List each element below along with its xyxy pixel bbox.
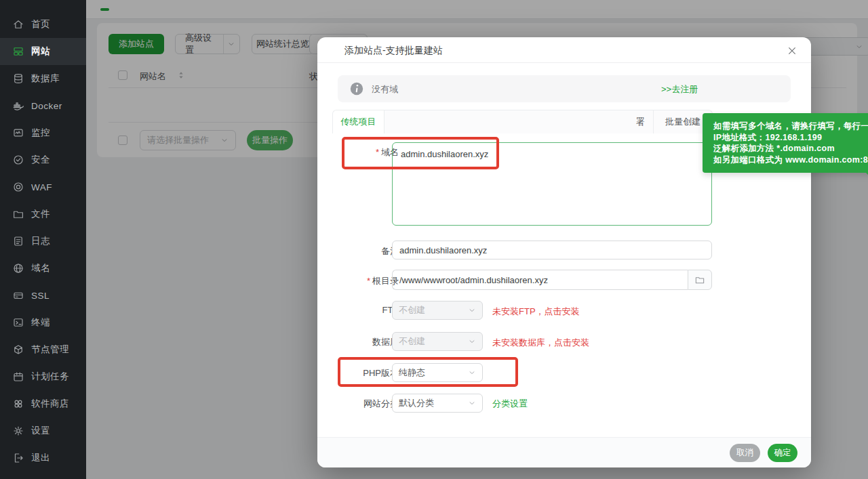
ssl-icon — [12, 289, 24, 301]
sidebar-item-label: 文件 — [31, 208, 50, 220]
sidebar-item-label: 软件商店 — [31, 398, 69, 410]
sidebar-item-monitor[interactable]: 监控 — [0, 119, 86, 146]
chevron-down-icon — [468, 306, 476, 314]
terminal-icon — [12, 316, 24, 329]
db-field-label: 数据库 — [317, 336, 399, 348]
home-icon — [12, 18, 24, 30]
sidebar-item-logs[interactable]: 日志 — [0, 228, 86, 255]
close-icon[interactable] — [784, 43, 800, 59]
info-text-partial: 没有域 — [372, 83, 398, 96]
shield-icon — [12, 154, 24, 166]
chevron-down-icon — [468, 337, 476, 346]
domain-textarea[interactable]: admin.dushilaoren.xyz — [392, 142, 712, 226]
folder-icon — [694, 274, 705, 285]
add-site-modal: 添加站点-支持批量建站 没有域 >>去注册 传统项目署批量创建 *域名 admi… — [317, 37, 811, 467]
sidebar-nav: 首页网站数据库Docker监控安全WAF文件日志域名SSL终端节点管理计划任务软… — [0, 0, 86, 479]
cube-icon — [12, 343, 24, 356]
browse-folder-button[interactable] — [688, 270, 712, 290]
sidebar-item-terminal[interactable]: 终端 — [0, 309, 86, 336]
domain-field-label: *域名 — [317, 146, 399, 159]
cancel-button[interactable]: 取消 — [730, 444, 760, 462]
folder-icon — [12, 208, 24, 220]
screen: 首页网站数据库Docker监控安全WAF文件日志域名SSL终端节点管理计划任务软… — [0, 0, 868, 479]
sidebar-item-label: 设置 — [31, 425, 50, 437]
sidebar-item-ssl[interactable]: SSL — [0, 282, 86, 309]
sidebar-item-label: 首页 — [31, 18, 50, 30]
chevron-down-icon — [468, 369, 476, 377]
sidebar-item-waf[interactable]: WAF — [0, 173, 86, 201]
tab-traditional[interactable]: 传统项目 — [332, 110, 384, 133]
sidebar-item-label: SSL — [31, 291, 50, 301]
tab-deploy-partial[interactable]: 署 — [384, 110, 653, 133]
sidebar-item-label: 数据库 — [31, 72, 60, 85]
sidebar-item-label: Docker — [31, 101, 62, 111]
exit-icon — [12, 452, 24, 464]
calendar-icon — [12, 371, 24, 383]
root-dir-field-label: *根目录 — [317, 275, 399, 287]
docker-icon — [12, 100, 24, 112]
sidebar-item-label: WAF — [31, 182, 52, 192]
sidebar-item-label: 节点管理 — [31, 343, 69, 356]
sidebar-item-site[interactable]: 网站 — [0, 38, 86, 65]
sidebar-item-label: 网站 — [31, 45, 50, 58]
php-version-field-label: PHP版本 — [317, 367, 399, 379]
database-select[interactable]: 不创建 — [392, 332, 483, 351]
tooltip-line: 如另加端口格式为 www.domain.com:88 — [713, 154, 868, 166]
modal-header: 添加站点-支持批量建站 — [317, 37, 811, 63]
sidebar-item-label: 终端 — [31, 316, 50, 329]
remark-input[interactable]: admin.dushilaoren.xyz — [392, 241, 712, 259]
info-icon — [349, 81, 364, 96]
sidebar-item-label: 日志 — [31, 235, 50, 247]
log-icon — [12, 235, 24, 247]
globe-icon — [12, 262, 24, 274]
chevron-down-icon — [468, 399, 476, 407]
sidebar-item-database[interactable]: 数据库 — [0, 65, 86, 92]
modal-title: 添加站点-支持批量建站 — [344, 45, 443, 57]
sidebar-item-label: 计划任务 — [31, 371, 69, 383]
domain-help-tooltip: 如需填写多个域名，请换行填写，每行一个域名，默认为80端口IP地址格式：192.… — [703, 113, 868, 173]
modal-footer: 取消 确定 — [317, 437, 811, 467]
register-domain-link[interactable]: >>去注册 — [661, 83, 698, 96]
tooltip-line: 如需填写多个域名，请换行填写，每行一个域名，默认为80端口 — [713, 121, 868, 132]
confirm-button[interactable]: 确定 — [768, 444, 797, 462]
sidebar-item-cron[interactable]: 计划任务 — [0, 363, 86, 390]
waf-icon — [12, 181, 24, 193]
db-install-warning[interactable]: 未安装数据库，点击安装 — [492, 337, 589, 349]
gear-icon — [12, 425, 24, 437]
info-banner: 没有域 >>去注册 — [338, 75, 791, 102]
website-icon — [12, 45, 24, 58]
ftp-install-warning[interactable]: 未安装FTP，点击安装 — [492, 306, 580, 318]
database-icon — [12, 72, 24, 85]
ftp-select[interactable]: 不创建 — [392, 301, 483, 320]
category-settings-link[interactable]: 分类设置 — [492, 398, 528, 410]
sidebar-item-label: 退出 — [31, 452, 50, 464]
sidebar-item-settings[interactable]: 设置 — [0, 417, 86, 444]
sidebar-item-node[interactable]: 节点管理 — [0, 336, 86, 363]
sidebar-item-appstore[interactable]: 软件商店 — [0, 390, 86, 417]
store-icon — [12, 398, 24, 410]
tooltip-line: IP地址格式：192.168.1.199 — [713, 132, 868, 144]
sidebar-item-security[interactable]: 安全 — [0, 146, 86, 173]
site-category-select[interactable]: 默认分类 — [392, 394, 483, 413]
root-dir-group: /www/wwwroot/admin.dushilaoren.xyz — [392, 270, 712, 290]
tooltip-lines: 如需填写多个域名，请换行填写，每行一个域名，默认为80端口IP地址格式：192.… — [713, 121, 868, 165]
php-version-select[interactable]: 纯静态 — [392, 363, 483, 382]
tooltip-arrow — [865, 172, 868, 178]
sidebar-item-label: 域名 — [31, 262, 50, 274]
remark-field-label: 备注 — [317, 245, 399, 257]
tooltip-line: 泛解析添加方法 *.domain.com — [713, 143, 868, 154]
monitor-icon — [12, 127, 24, 139]
sidebar-item-files[interactable]: 文件 — [0, 201, 86, 228]
sidebar-item-domain[interactable]: 域名 — [0, 255, 86, 282]
ftp-field-label: FTP — [317, 305, 399, 315]
sidebar-item-logout[interactable]: 退出 — [0, 444, 86, 472]
root-dir-input[interactable]: /www/wwwroot/admin.dushilaoren.xyz — [392, 270, 688, 290]
sidebar-item-docker[interactable]: Docker — [0, 92, 86, 119]
sidebar-item-label: 监控 — [31, 127, 50, 139]
category-field-label: 网站分类 — [317, 398, 399, 410]
sidebar-item-home[interactable]: 首页 — [0, 11, 86, 38]
sidebar-item-label: 安全 — [31, 154, 50, 166]
